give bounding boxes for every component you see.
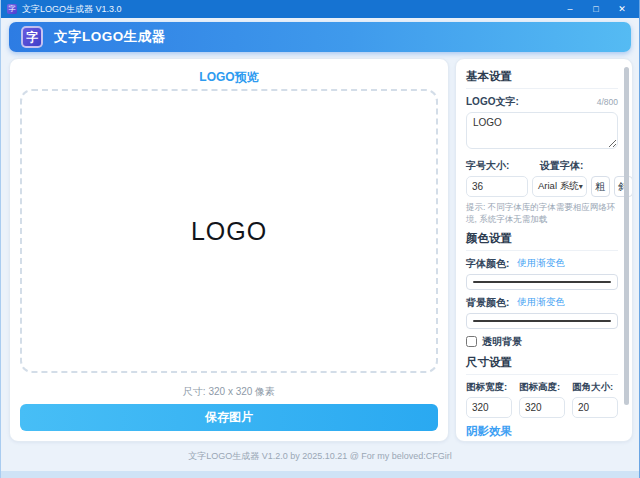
icon-width-input[interactable]: [466, 397, 512, 418]
window-bottom-edge: [1, 471, 639, 478]
footer-text: 文字LOGO生成器 V1.2.0 by 2025.10.21 @ For my …: [1, 450, 639, 463]
font-size-label: 字号大小:: [466, 159, 532, 173]
app-title: 文字LOGO生成器: [54, 28, 166, 46]
minimize-button[interactable]: –: [559, 2, 581, 16]
bg-color-swatch: [473, 320, 611, 322]
save-image-button[interactable]: 保存图片: [20, 404, 438, 431]
maximize-button[interactable]: □: [585, 2, 607, 16]
icon-height-label: 图标高度:: [519, 381, 565, 394]
logo-preview-text: LOGO: [191, 217, 267, 246]
bold-button[interactable]: 粗: [591, 176, 610, 197]
font-family-label: 设置字体:: [540, 159, 583, 173]
preview-title: LOGO预览: [10, 69, 448, 86]
char-count: 4/800: [597, 97, 618, 107]
bg-color-label: 背景颜色:: [466, 296, 509, 310]
color-settings-heading: 颜色设置: [466, 231, 618, 251]
app-icon: 字: [7, 4, 17, 14]
preview-panel: LOGO预览 LOGO 尺寸: 320 x 320 像素 保存图片: [9, 58, 449, 442]
font-hint-text: 提示: 不同字体库的字体需要相应网络环境, 系统字体无需加载: [466, 201, 618, 226]
transparent-bg-checkbox[interactable]: [466, 336, 477, 347]
close-button[interactable]: ✕: [611, 2, 633, 16]
window-titlebar: 字 文字LOGO生成器 V1.3.0 – □ ✕: [1, 0, 639, 18]
font-color-label: 字体颜色:: [466, 257, 509, 271]
settings-panel: 基本设置 LOGO文字: 4/800 LOGO 字号大小: 设置字体: Aria…: [455, 58, 633, 442]
font-family-value: Arial 系统: [538, 180, 579, 193]
shadow-settings-heading: 阴影效果: [466, 424, 618, 441]
logo-text-input[interactable]: LOGO: [466, 112, 618, 149]
header-banner: 字 文字LOGO生成器: [9, 22, 631, 52]
bg-color-picker[interactable]: [466, 313, 618, 329]
font-gradient-link[interactable]: 使用渐变色: [517, 257, 565, 270]
icon-height-input[interactable]: [519, 397, 565, 418]
app-logo-icon: 字: [21, 26, 43, 48]
corner-radius-input[interactable]: [572, 397, 618, 418]
logo-text-label: LOGO文字:: [466, 95, 519, 109]
chevron-down-icon: ▾: [579, 182, 583, 191]
font-family-select[interactable]: Arial 系统 ▾: [532, 176, 587, 197]
size-settings-heading: 尺寸设置: [466, 355, 618, 375]
window-controls: – □ ✕: [559, 2, 633, 16]
font-color-picker[interactable]: [466, 274, 618, 290]
logo-preview-canvas: LOGO: [20, 89, 438, 373]
bg-gradient-link[interactable]: 使用渐变色: [517, 296, 565, 309]
basic-settings-heading: 基本设置: [466, 69, 618, 89]
font-size-input[interactable]: [466, 176, 528, 197]
transparent-bg-label: 透明背景: [482, 335, 522, 349]
icon-width-label: 图标宽度:: [466, 381, 512, 394]
size-info-text: 尺寸: 320 x 320 像素: [10, 385, 448, 399]
window-title: 文字LOGO生成器 V1.3.0: [22, 3, 559, 16]
font-color-swatch: [473, 281, 611, 283]
settings-scrollbar[interactable]: [624, 67, 629, 405]
corner-radius-label: 圆角大小:: [572, 381, 618, 394]
